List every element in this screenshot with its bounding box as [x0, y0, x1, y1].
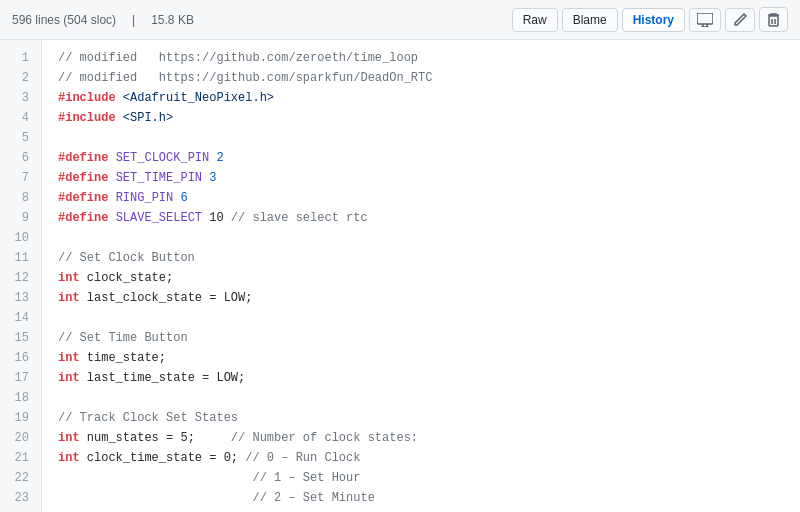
pencil-icon — [733, 13, 747, 27]
line-num: 15 — [0, 328, 41, 348]
line-num: 24 — [0, 508, 41, 512]
trash-icon — [767, 12, 780, 27]
line-num: 7 — [0, 168, 41, 188]
code-line: // 1 – Set Hour — [58, 468, 784, 488]
code-line: int last_time_state = LOW; — [58, 368, 784, 388]
line-num: 5 — [0, 128, 41, 148]
line-num: 11 — [0, 248, 41, 268]
line-num: 20 — [0, 428, 41, 448]
raw-button[interactable]: Raw — [512, 8, 558, 32]
line-num: 13 — [0, 288, 41, 308]
code-line: #define RING_PIN 6 — [58, 188, 784, 208]
code-line: int clock_time_state = 0; // 0 – Run Clo… — [58, 448, 784, 468]
line-num: 23 — [0, 488, 41, 508]
code-line — [58, 388, 784, 408]
code-line: // modified https://github.com/sparkfun/… — [58, 68, 784, 88]
line-num: 18 — [0, 388, 41, 408]
line-num: 8 — [0, 188, 41, 208]
desktop-icon — [697, 13, 713, 27]
line-num: 17 — [0, 368, 41, 388]
code-line: int time_state; — [58, 348, 784, 368]
code-line: int num_states = 5; // Number of clock s… — [58, 428, 784, 448]
code-line: #include <SPI.h> — [58, 108, 784, 128]
svg-rect-4 — [769, 16, 778, 26]
line-num: 4 — [0, 108, 41, 128]
file-size: 15.8 KB — [151, 13, 194, 27]
line-num: 10 — [0, 228, 41, 248]
code-line — [58, 128, 784, 148]
line-num: 14 — [0, 308, 41, 328]
code-line: #define SLAVE_SELECT 10 // slave select … — [58, 208, 784, 228]
line-num: 16 — [0, 348, 41, 368]
line-num: 19 — [0, 408, 41, 428]
code-line: #define SET_CLOCK_PIN 2 — [58, 148, 784, 168]
code-line: int clock_state; — [58, 268, 784, 288]
line-num: 22 — [0, 468, 41, 488]
code-line — [58, 308, 784, 328]
code-line: // Set Time Button — [58, 328, 784, 348]
code-line — [58, 228, 784, 248]
delete-button[interactable] — [759, 7, 788, 32]
line-num: 1 — [0, 48, 41, 68]
code-line: #define SET_TIME_PIN 3 — [58, 168, 784, 188]
edit-button[interactable] — [725, 8, 755, 32]
code-line: #include <Adafruit_NeoPixel.h> — [58, 88, 784, 108]
top-bar: 596 lines (504 sloc) | 15.8 KB Raw Blame… — [0, 0, 800, 40]
code-line: // Track Clock Set States — [58, 408, 784, 428]
code-area: 1234567891011121314151617181920212223242… — [0, 40, 800, 512]
file-viewer: 596 lines (504 sloc) | 15.8 KB Raw Blame… — [0, 0, 800, 512]
line-num: 2 — [0, 68, 41, 88]
code-line: // 2 – Set Minute — [58, 488, 784, 508]
line-count: 596 lines (504 sloc) — [12, 13, 116, 27]
line-num: 21 — [0, 448, 41, 468]
line-num: 12 — [0, 268, 41, 288]
line-num: 6 — [0, 148, 41, 168]
code-content: // modified https://github.com/zeroeth/t… — [42, 40, 800, 512]
file-meta: 596 lines (504 sloc) | 15.8 KB — [12, 13, 194, 27]
code-line: // Set Clock Button — [58, 248, 784, 268]
code-line: // modified https://github.com/zeroeth/t… — [58, 48, 784, 68]
blame-button[interactable]: Blame — [562, 8, 618, 32]
line-num: 9 — [0, 208, 41, 228]
code-line: // 3 – Set Second — [58, 508, 784, 512]
line-num: 3 — [0, 88, 41, 108]
separator: | — [132, 13, 135, 27]
line-numbers: 1234567891011121314151617181920212223242… — [0, 40, 42, 512]
history-button[interactable]: History — [622, 8, 685, 32]
toolbar-buttons: Raw Blame History — [512, 7, 788, 32]
code-line: int last_clock_state = LOW; — [58, 288, 784, 308]
svg-rect-0 — [697, 13, 713, 24]
display-icon-button[interactable] — [689, 8, 721, 32]
